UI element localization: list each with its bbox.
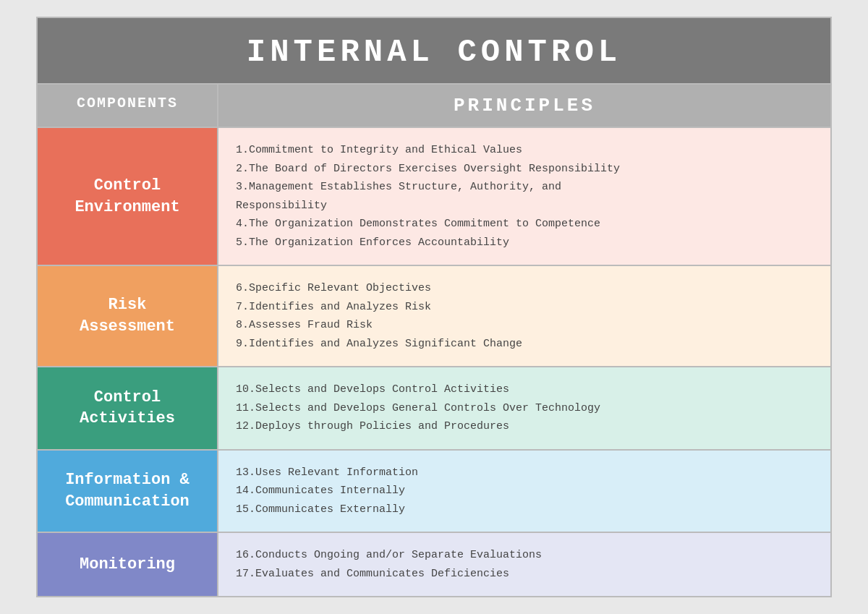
list-item: 12.Deploys through Policies and Procedur… (236, 417, 813, 436)
list-item: 3.Management Establishes Structure, Auth… (236, 178, 813, 215)
component-cell-monitoring: Monitoring (38, 533, 218, 596)
row-control-env: Control Environment1.Commitment to Integ… (38, 128, 830, 266)
list-item: 8.Assesses Fraud Risk (236, 316, 813, 335)
list-item: 10.Selects and Develops Control Activiti… (236, 380, 813, 399)
list-item: 15.Communicates Externally (236, 500, 813, 519)
column-headers: COMPONENTS PRINCIPLES (38, 83, 830, 128)
list-item: 16.Conducts Ongoing and/or Separate Eval… (236, 546, 813, 565)
list-item: 1.Commitment to Integrity and Ethical Va… (236, 141, 813, 160)
list-item: 17.Evaluates and Communicates Deficienci… (236, 565, 813, 584)
principles-list-risk: 6.Specific Relevant Objectives7.Identifi… (236, 279, 813, 353)
row-control-act: Control Activities10.Selects and Develop… (38, 367, 830, 451)
row-risk: Risk Assessment6.Specific Relevant Objec… (38, 266, 830, 367)
list-item: 11.Selects and Develops General Controls… (236, 399, 813, 418)
header: INTERNAL CONTROL (38, 18, 830, 83)
list-item: 14.Communicates Internally (236, 482, 813, 500)
principles-list-monitoring: 16.Conducts Ongoing and/or Separate Eval… (236, 546, 813, 583)
component-cell-control-env: Control Environment (38, 128, 218, 265)
rows-container: Control Environment1.Commitment to Integ… (38, 128, 830, 596)
component-label-info-comm: Information & Communication (65, 469, 190, 512)
list-item: 4.The Organization Demonstrates Commitme… (236, 215, 813, 234)
list-item: 2.The Board of Directors Exercises Overs… (236, 160, 813, 179)
principles-list-control-env: 1.Commitment to Integrity and Ethical Va… (236, 141, 813, 252)
principles-cell-risk: 6.Specific Relevant Objectives7.Identifi… (218, 266, 830, 366)
list-item: 6.Specific Relevant Objectives (236, 279, 813, 298)
component-label-monitoring: Monitoring (80, 554, 175, 576)
principles-list-control-act: 10.Selects and Develops Control Activiti… (236, 380, 813, 436)
component-cell-risk: Risk Assessment (38, 266, 218, 366)
component-cell-control-act: Control Activities (38, 367, 218, 449)
principles-cell-control-act: 10.Selects and Develops Control Activiti… (218, 367, 830, 449)
component-label-control-act: Control Activities (80, 387, 175, 430)
component-cell-info-comm: Information & Communication (38, 451, 218, 532)
main-title: INTERNAL CONTROL (38, 34, 830, 70)
row-info-comm: Information & Communication13.Uses Relev… (38, 451, 830, 534)
list-item: 9.Identifies and Analyzes Significant Ch… (236, 335, 813, 354)
principles-cell-monitoring: 16.Conducts Ongoing and/or Separate Eval… (218, 533, 830, 596)
component-label-risk: Risk Assessment (80, 294, 175, 337)
list-item: 5.The Organization Enforces Accountabili… (236, 234, 813, 252)
list-item: 7.Identifies and Analyzes Risk (236, 298, 813, 317)
main-container: INTERNAL CONTROL COMPONENTS PRINCIPLES C… (36, 17, 832, 597)
principles-header: PRINCIPLES (218, 85, 830, 127)
principles-cell-info-comm: 13.Uses Relevant Information14.Communica… (218, 451, 830, 532)
row-monitoring: Monitoring16.Conducts Ongoing and/or Sep… (38, 533, 830, 596)
principles-list-info-comm: 13.Uses Relevant Information14.Communica… (236, 464, 813, 519)
principles-cell-control-env: 1.Commitment to Integrity and Ethical Va… (218, 128, 830, 265)
components-header: COMPONENTS (38, 85, 218, 127)
component-label-control-env: Control Environment (75, 175, 179, 218)
list-item: 13.Uses Relevant Information (236, 464, 813, 482)
